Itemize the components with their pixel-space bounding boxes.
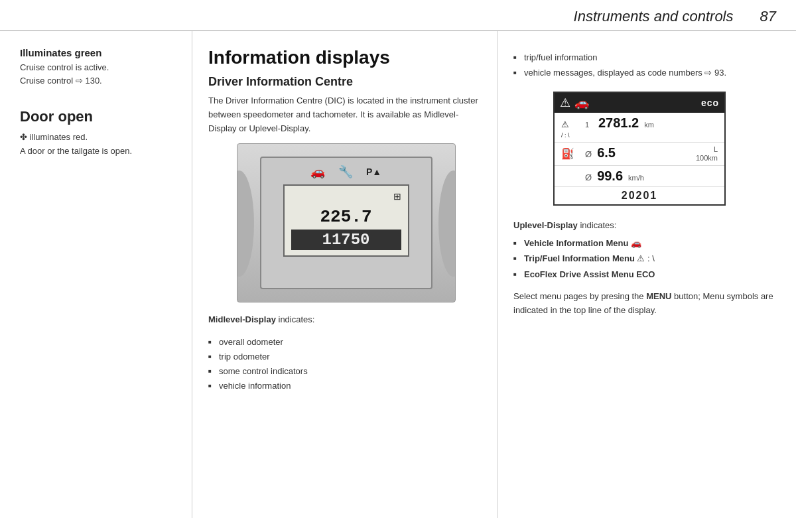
dic-warning-icon: ⚠ <box>560 96 570 110</box>
midlevel-bullet-2: trip odometer <box>208 350 484 364</box>
car-icon: 🚗 <box>310 165 325 179</box>
left-column: Illuminates green Cruise control is acti… <box>0 31 192 518</box>
dic-row-2: ⛽ Ø 6.5 L 100km <box>555 143 724 166</box>
screen-number-large: 225.7 <box>291 207 401 227</box>
screen-icon: ⊞ <box>393 191 401 202</box>
dic-row-1: ⚠/ : \ 1 2781.2 km <box>555 113 724 143</box>
dic-header-icons: ⚠ 🚗 <box>560 96 589 110</box>
menu-select-text1: Select menu pages by presing the <box>513 291 644 301</box>
dic-row1-icon: ⚠/ : \ <box>561 119 580 139</box>
dic-row1-unit: km <box>644 121 654 129</box>
uplevel-bullet-list: Vehicle Information Menu 🚗 Trip/Fuel Inf… <box>513 235 776 282</box>
screen-top: ⊞ <box>291 191 401 202</box>
dic-row2-icon: ⛽ <box>561 147 580 160</box>
dic-row3-avg: Ø <box>585 172 592 182</box>
header-page: 87 <box>760 8 776 25</box>
dic-row2-avg: Ø <box>585 149 592 159</box>
midlevel-bullet-1: overall odometer <box>208 335 484 350</box>
dic-row2-value: 6.5 <box>597 145 616 161</box>
display-inner: 🚗 🔧 P▲ ⊞ 225.7 11750 <box>260 157 432 289</box>
door-title: Door open <box>20 108 178 125</box>
midlevel-bullet-list: overall odometer trip odometer some cont… <box>208 335 484 393</box>
top-bullet-2: vehicle messages, displayed as code numb… <box>513 65 776 80</box>
wrench-icon: 🔧 <box>338 165 353 179</box>
uplevel-b1-bold: Vehicle Information Menu <box>524 238 628 248</box>
uplevel-b2-bold: Trip/Fuel Information Menu <box>524 253 635 263</box>
uplevel-bullet-1: Vehicle Information Menu 🚗 <box>513 235 776 251</box>
dic-row-3: Ø 99.6 km/h <box>555 166 724 187</box>
header-title: Instruments and controls <box>574 8 734 25</box>
right-speedometer-blob <box>438 170 456 277</box>
door-open-section: Door open ✤ illuminates red. A door or t… <box>20 108 178 159</box>
dic-display-box: ⚠ 🚗 eco ⚠/ : \ 1 2781.2 km ⛽ Ø 6.5 L 100… <box>553 92 726 206</box>
dic-car-icon: 🚗 <box>574 96 589 110</box>
midlevel-bullet-3: some control indicators <box>208 364 484 379</box>
illuminates-text1: Cruise control is active. <box>20 61 178 74</box>
dic-row2-unit2: 100km <box>696 154 718 162</box>
midlevel-bullet-4: vehicle information <box>208 379 484 393</box>
uplevel-b3-bold: EcoFlex Drive Assist Menu ECO <box>524 269 655 279</box>
illuminates-text2: Cruise control ⇨ 130. <box>20 74 178 88</box>
dic-row3-icon <box>561 173 580 183</box>
dic-row2-unit1: L <box>714 145 718 153</box>
right-column: trip/fuel information vehicle messages, … <box>498 31 796 518</box>
middle-column: Information displays Driver Information … <box>192 31 498 518</box>
midlevel-indicates: indicates: <box>276 314 315 324</box>
top-bullet-1: trip/fuel information <box>513 50 776 65</box>
midlevel-label: Midlevel-Display <box>208 314 276 324</box>
section-title: Information displays <box>208 47 484 68</box>
illuminates-title: Illuminates green <box>20 47 178 58</box>
door-text2: A door or the tailgate is open. <box>20 145 178 159</box>
page-header: Instruments and controls 87 <box>0 0 796 31</box>
uplevel-bullet-2: Trip/Fuel Information Menu ⚠ : \ <box>513 251 776 266</box>
sub-title: Driver Information Centre <box>208 75 484 89</box>
midlevel-display-image: 🚗 🔧 P▲ ⊞ 225.7 11750 <box>237 143 456 302</box>
main-content: Illuminates green Cruise control is acti… <box>0 31 796 518</box>
door-text1: ✤ illuminates red. <box>20 131 178 145</box>
display-top-icons: 🚗 🔧 P▲ <box>310 165 381 179</box>
dic-row2-units: L 100km <box>621 145 718 163</box>
display-screen: ⊞ 225.7 11750 <box>283 184 409 257</box>
uplevel-label-line: Uplevel-Display indicates: <box>513 219 776 233</box>
menu-select-text: Select menu pages by presing the MENU bu… <box>513 290 776 318</box>
dic-row3-value: 99.6 <box>597 168 623 184</box>
dic-row1-value: 2781.2 <box>598 115 639 131</box>
screen-number-bottom: 11750 <box>291 230 401 250</box>
left-speedometer-blob <box>237 170 254 277</box>
uplevel-label: Uplevel-Display <box>513 220 578 230</box>
dic-row1-label: 1 <box>585 121 593 129</box>
dic-footer: 20201 <box>555 187 724 204</box>
menu-bold: MENU <box>646 291 671 301</box>
midlevel-label-line: Midlevel-Display indicates: <box>208 313 484 327</box>
dic-row3-unit: km/h <box>628 174 644 182</box>
top-bullet-list: trip/fuel information vehicle messages, … <box>513 50 776 81</box>
dic-header-row: ⚠ 🚗 eco <box>555 93 724 113</box>
uplevel-indicates: indicates: <box>578 220 617 230</box>
dic-description: The Driver Information Centre (DIC) is l… <box>208 94 484 135</box>
uplevel-bullet-3: EcoFlex Drive Assist Menu ECO <box>513 267 776 282</box>
eco-badge: eco <box>701 98 719 108</box>
parking-icon: P▲ <box>366 166 381 177</box>
